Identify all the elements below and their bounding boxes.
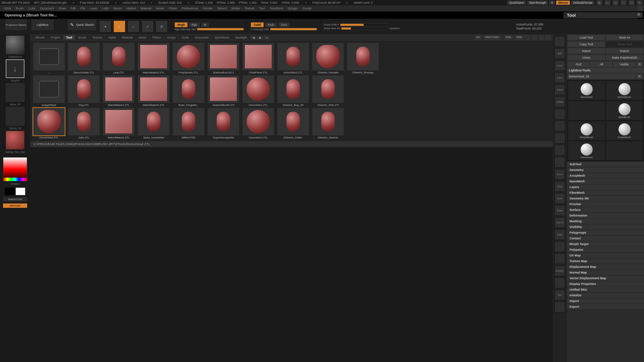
hide-button[interactable]: Hide <box>515 35 524 40</box>
rail-button[interactable] <box>554 302 565 312</box>
nav-prev-icon[interactable]: ◀ <box>251 36 257 40</box>
win-btn-1[interactable]: ⊞ <box>596 0 602 5</box>
material-swatch[interactable] <box>6 131 24 149</box>
default-script[interactable]: DefaultZScript <box>571 1 594 5</box>
tool-section-texture-map[interactable]: Texture Map <box>567 258 644 264</box>
tool-section-surface[interactable]: Surface <box>567 207 644 213</box>
lightbox-thumb[interactable]: ZSketch_Shrimpy <box>346 43 380 74</box>
tab-fibers[interactable]: Fibers <box>150 35 163 40</box>
m-button[interactable]: M <box>201 22 209 27</box>
menu-edit[interactable]: Edit <box>70 7 76 10</box>
menu-texture[interactable]: Texture <box>245 7 255 10</box>
minimize-button[interactable]: — <box>621 0 627 5</box>
lightbox-thumb[interactable]: MatchMaker1.ZTL <box>102 75 136 107</box>
seethrough-label[interactable]: See-through <box>527 1 548 5</box>
rail-button[interactable] <box>554 145 565 156</box>
menu-stroke[interactable]: Stroke <box>231 7 240 10</box>
lightbox-thumb[interactable]: ZSketch_Critter. <box>276 108 310 139</box>
nav-updown-icon[interactable]: •• <box>264 36 270 40</box>
menu-material[interactable]: Material <box>141 7 151 10</box>
tab-zbrush[interactable]: ZBrush <box>32 35 47 40</box>
menu-transform[interactable]: Transform <box>269 7 283 10</box>
close-button[interactable]: ✕ <box>637 0 643 5</box>
lightbox-thumb[interactable]: ShadowBox64.ZTl <box>207 75 240 107</box>
active-tool-name[interactable]: DemoHead_48 <box>568 74 635 79</box>
zsub-button[interactable]: Zsub <box>265 22 277 27</box>
tab-texture[interactable]: Texture <box>90 35 105 40</box>
tab-project[interactable]: Project <box>48 35 63 40</box>
rail-button[interactable]: Frame <box>554 169 565 180</box>
edit-mode-icon[interactable]: ✦ <box>99 20 111 33</box>
switchcolor-button[interactable]: SwitchColor <box>3 197 27 201</box>
tab-grids[interactable]: Grids <box>179 35 192 40</box>
lightbox-thumb[interactable]: MatchMaker2.ZTL <box>102 108 136 139</box>
menu-file[interactable]: File <box>80 7 86 10</box>
tool-section-export[interactable]: Export <box>567 304 644 310</box>
brush-swatch[interactable] <box>6 36 24 54</box>
view-1-icon[interactable] <box>525 35 531 40</box>
goz-button[interactable]: GoZ <box>568 62 590 67</box>
tool-section-arraymesh[interactable]: ArrayMesh <box>567 173 644 179</box>
tab-material[interactable]: Material <box>119 35 135 40</box>
tool-section-fibermesh[interactable]: FiberMesh <box>567 190 644 196</box>
menu-zplugin[interactable]: Zplugin <box>288 7 298 10</box>
tool-section-contact[interactable]: Contact <box>567 236 644 241</box>
quick-sketch-button[interactable]: ✎ Quick Sketch <box>67 19 97 31</box>
import-button[interactable]: Import <box>568 48 605 54</box>
win-btn-3[interactable]: ◫ <box>612 0 619 5</box>
new-folder-button[interactable]: New Folder <box>483 35 501 40</box>
rgb-button[interactable]: Rgb <box>189 22 200 27</box>
paste-tool-button[interactable]: Paste Tool <box>606 42 643 47</box>
tool-section-geometry[interactable]: Geometry <box>567 167 644 173</box>
rotate-mode-icon[interactable]: ⟳ <box>156 20 168 33</box>
menu-alpha[interactable]: Alpha <box>3 7 11 10</box>
rail-button[interactable]: Scroll <box>554 60 565 71</box>
quicksave-button[interactable]: QuickSave <box>507 1 526 5</box>
copy-tool-button[interactable]: Copy Tool <box>568 42 605 47</box>
view-2-icon[interactable] <box>532 35 537 40</box>
rail-button[interactable] <box>554 241 565 252</box>
tool-section-unified-skin[interactable]: Unified Skin <box>567 287 644 293</box>
lightbox-thumb[interactable]: ZSketch_SeaCrit. <box>311 108 345 139</box>
menus-button[interactable]: Menus <box>556 1 570 5</box>
zadd-button[interactable]: Zadd <box>251 22 264 27</box>
lightbox-thumb[interactable]: ZSketch_FacialAr <box>311 43 345 74</box>
rail-button[interactable]: Zoom <box>554 72 565 83</box>
menu-macro[interactable]: Macro <box>113 7 122 10</box>
lightbox-thumb[interactable]: .. <box>32 43 66 74</box>
goz-r-button[interactable]: R <box>636 62 643 67</box>
rail-button[interactable] <box>554 278 565 288</box>
lightbox-thumb[interactable]: ZSketch_Bug_3D <box>276 75 310 107</box>
tool-section-initialize[interactable]: Initialize <box>567 293 644 298</box>
view-3-icon[interactable] <box>539 35 544 40</box>
tool-section-polygroups[interactable]: Polygroups <box>567 230 644 236</box>
alternate-button[interactable]: Alternate <box>3 203 27 208</box>
tool-section-masking[interactable]: Masking <box>567 219 644 224</box>
rgb-intensity-slider[interactable] <box>197 28 244 31</box>
canvas-area[interactable] <box>30 147 553 362</box>
tool-section-import[interactable]: Import <box>567 298 644 304</box>
active-tool-r[interactable]: R <box>636 74 643 79</box>
tool-section-preview[interactable]: Preview <box>567 201 644 207</box>
tab-document[interactable]: Document <box>192 35 211 40</box>
tool-section-visibility[interactable]: Visibility <box>567 224 644 230</box>
make-polymesh3d-button[interactable]: Make PolyMesh3D <box>606 55 643 60</box>
alpha-swatch[interactable] <box>6 83 24 102</box>
scale-mode-icon[interactable]: ⤢ <box>142 20 154 33</box>
rail-button[interactable] <box>554 157 565 168</box>
lightbox-thumb[interactable]: ZSketch_Ride.ZTl <box>311 75 345 107</box>
z-intensity-slider[interactable] <box>270 28 317 31</box>
lightbox-thumb[interactable]: Nickz_humanMal <box>137 108 170 139</box>
tab-tool[interactable]: Tool <box>63 35 75 40</box>
load-tool-button[interactable]: Load Tool <box>568 35 605 40</box>
menu-preferences[interactable]: Preferences <box>182 7 198 10</box>
rail-button[interactable]: Scale <box>554 193 565 204</box>
color-white[interactable] <box>16 188 25 195</box>
lightbox-thumb[interactable]: MatchMaker4.ZTL <box>137 75 170 107</box>
rail-button[interactable] <box>554 36 565 47</box>
maximize-button[interactable]: ☐ <box>629 0 635 5</box>
lightbox-thumb[interactable]: Julie.ZTL <box>67 108 101 139</box>
menu-color[interactable]: Color <box>29 7 36 10</box>
goz-visible-button[interactable]: Visible <box>613 62 635 67</box>
win-btn-2[interactable]: ▭ <box>604 0 610 5</box>
